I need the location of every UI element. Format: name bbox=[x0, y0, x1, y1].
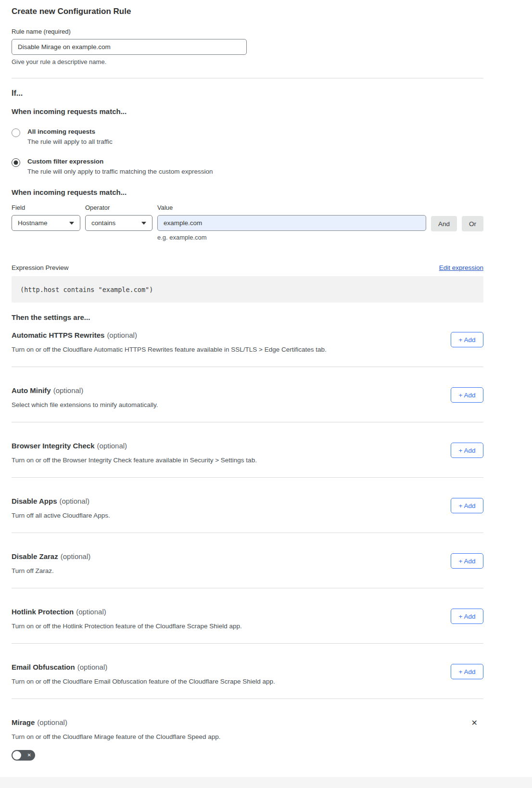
chevron-down-icon bbox=[69, 222, 74, 225]
add-email-obfuscation-button[interactable]: + Add bbox=[451, 664, 483, 679]
setting-disable-zaraz: Disable Zaraz(optional) Turn off Zaraz. … bbox=[12, 533, 483, 588]
or-button[interactable]: Or bbox=[462, 216, 483, 231]
edit-expression-link[interactable]: Edit expression bbox=[439, 264, 483, 271]
radio-description: The rule will only apply to traffic matc… bbox=[27, 168, 213, 175]
if-heading: If... bbox=[12, 89, 483, 98]
setting-disable-apps: Disable Apps(optional) Turn off all acti… bbox=[12, 478, 483, 533]
setting-hotlink-protection: Hotlink Protection(optional) Turn on or … bbox=[12, 588, 483, 644]
setting-title: Browser Integrity Check bbox=[12, 442, 95, 450]
setting-description: Select which file extensions to minify a… bbox=[12, 401, 158, 408]
value-input[interactable] bbox=[157, 215, 426, 231]
optional-suffix: (optional) bbox=[53, 386, 84, 394]
setting-browser-integrity-check: Browser Integrity Check(optional) Turn o… bbox=[12, 422, 483, 478]
rule-name-helper: Give your rule a descriptive name. bbox=[12, 58, 483, 65]
match-heading: When incoming requests match... bbox=[12, 107, 483, 115]
expression-preview-label: Expression Preview bbox=[12, 264, 69, 271]
radio-description: The rule will apply to all traffic bbox=[27, 138, 113, 145]
operator-select[interactable]: contains bbox=[85, 215, 152, 231]
toggle-knob bbox=[13, 751, 21, 760]
setting-title: Disable Apps bbox=[12, 497, 57, 505]
setting-title: Hotlink Protection bbox=[12, 608, 74, 616]
optional-suffix: (optional) bbox=[76, 608, 106, 616]
setting-automatic-https-rewrites: Automatic HTTPS Rewrites(optional) Turn … bbox=[12, 321, 483, 367]
optional-suffix: (optional) bbox=[77, 663, 108, 671]
create-configuration-rule-form: Create new Configuration Rule Rule name … bbox=[12, 0, 483, 774]
setting-title: Automatic HTTPS Rewrites bbox=[12, 331, 104, 339]
optional-suffix: (optional) bbox=[59, 497, 89, 505]
page-bottom-strip bbox=[0, 777, 532, 788]
radio-label: Custom filter expression bbox=[27, 158, 213, 165]
settings-heading: Then the settings are... bbox=[12, 313, 483, 321]
operator-select-value: contains bbox=[91, 219, 115, 227]
toggle-off-icon: ✕ bbox=[27, 753, 31, 758]
setting-description: Turn on or off the Hotlink Protection fe… bbox=[12, 623, 242, 630]
expression-preview-box: (http.host contains "example.com") bbox=[12, 276, 483, 303]
setting-description: Turn off all active Cloudflare Apps. bbox=[12, 512, 110, 519]
close-icon[interactable]: ✕ bbox=[471, 719, 478, 727]
setting-email-obfuscation: Email Obfuscation(optional) Turn on or o… bbox=[12, 644, 483, 699]
setting-description: Turn off Zaraz. bbox=[12, 567, 90, 574]
mirage-toggle-off[interactable]: ✕ bbox=[12, 750, 35, 761]
and-button[interactable]: And bbox=[431, 216, 457, 231]
optional-suffix: (optional) bbox=[97, 442, 127, 450]
add-auto-minify-button[interactable]: + Add bbox=[451, 387, 483, 403]
section-divider bbox=[12, 78, 483, 78]
optional-suffix: (optional) bbox=[107, 331, 137, 339]
rule-name-input[interactable] bbox=[12, 39, 247, 55]
add-hotlink-protection-button[interactable]: + Add bbox=[451, 609, 483, 624]
expression-builder-heading: When incoming requests match... bbox=[12, 188, 483, 196]
field-select[interactable]: Hostname bbox=[12, 215, 80, 231]
radio-all-incoming-requests[interactable]: All incoming requests The rule will appl… bbox=[12, 128, 483, 145]
setting-description: Turn on or off the Browser Integrity Che… bbox=[12, 457, 257, 464]
value-label: Value bbox=[157, 204, 426, 211]
setting-description: Turn on or off the Cloudflare Mirage fea… bbox=[12, 733, 221, 740]
setting-title: Auto Minify bbox=[12, 386, 51, 394]
operator-label: Operator bbox=[85, 204, 152, 211]
setting-description: Turn on or off the Cloudflare Automatic … bbox=[12, 346, 327, 353]
setting-title: Disable Zaraz bbox=[12, 552, 58, 560]
setting-title: Mirage bbox=[12, 718, 35, 726]
setting-auto-minify: Auto Minify(optional) Select which file … bbox=[12, 367, 483, 422]
add-browser-integrity-check-button[interactable]: + Add bbox=[451, 443, 483, 458]
expression-builder-row: Field Hostname Operator contains Value e… bbox=[12, 204, 483, 241]
setting-mirage: Mirage(optional) Turn on or off the Clou… bbox=[12, 699, 483, 774]
add-disable-apps-button[interactable]: + Add bbox=[451, 498, 483, 513]
radio-icon-selected[interactable] bbox=[12, 158, 20, 167]
chevron-down-icon bbox=[141, 222, 146, 225]
optional-suffix: (optional) bbox=[37, 718, 67, 726]
rule-name-label: Rule name (required) bbox=[12, 28, 483, 35]
radio-custom-filter-expression[interactable]: Custom filter expression The rule will o… bbox=[12, 158, 483, 175]
setting-title: Email Obfuscation bbox=[12, 663, 75, 671]
add-disable-zaraz-button[interactable]: + Add bbox=[451, 553, 483, 569]
value-helper: e.g. example.com bbox=[157, 234, 426, 241]
optional-suffix: (optional) bbox=[61, 552, 91, 560]
setting-description: Turn on or off the Cloudflare Email Obfu… bbox=[12, 678, 275, 685]
page-title: Create new Configuration Rule bbox=[12, 7, 483, 16]
radio-label: All incoming requests bbox=[27, 128, 113, 135]
field-select-value: Hostname bbox=[18, 219, 48, 227]
settings-list: Automatic HTTPS Rewrites(optional) Turn … bbox=[12, 321, 483, 774]
radio-icon[interactable] bbox=[12, 128, 20, 137]
expression-code: (http.host contains "example.com") bbox=[20, 286, 153, 293]
field-label: Field bbox=[12, 204, 80, 211]
add-automatic-https-rewrites-button[interactable]: + Add bbox=[451, 332, 483, 347]
